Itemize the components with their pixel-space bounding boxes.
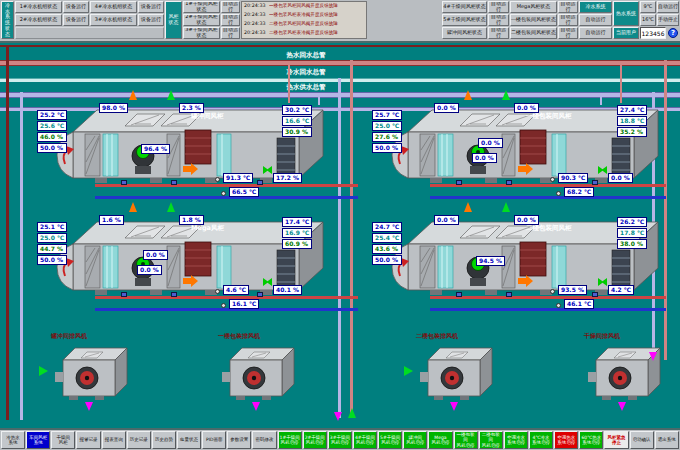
ahu-dry1-button[interactable]: 1#干燥间风柜状态	[183, 1, 220, 13]
fan-graphic	[420, 342, 500, 404]
actuator-icon[interactable]	[257, 292, 263, 297]
bottom-nav-button[interactable]: PID画面	[202, 431, 226, 449]
bottom-nav-button[interactable]: 启动确认	[630, 431, 654, 449]
bottom-nav-button[interactable]: 电量状态	[177, 431, 201, 449]
actuator-icon[interactable]	[506, 180, 512, 185]
setpoint-readout: 50.0 %	[372, 255, 402, 265]
valve-position-readout: 40.1 %	[273, 285, 302, 295]
alarm-time: 20:24:33	[244, 3, 268, 12]
outlet-readouts: 17.4 ℃ 16.9 ℃ 60.9 %	[282, 217, 312, 250]
actuator-icon[interactable]	[456, 292, 462, 297]
bottom-nav-button[interactable]: 冷热水 系统	[1, 431, 25, 449]
fresh-air-arrow-icon	[167, 202, 175, 212]
alarm-time: 20:24:33	[244, 21, 268, 30]
chiller-1-button[interactable]: 1#冷水机组状态	[15, 1, 62, 13]
bottom-nav-button[interactable]: 1#干燥间 风机启停	[278, 431, 302, 449]
hot-water-temp-readout: 90.3 ℃	[558, 173, 588, 183]
chiller-3-button[interactable]: 3#冷水机组状态	[90, 14, 137, 26]
alarm-row[interactable]: 一楼包装风柜回风阀开度反馈故障	[269, 3, 366, 12]
bottom-nav-button[interactable]: 5#干燥间 风机启停	[378, 431, 402, 449]
actuator-icon[interactable]	[257, 180, 263, 185]
bottom-nav-button[interactable]: 历史趋势	[152, 431, 176, 449]
ahu-dry1-status: 自动运行	[221, 1, 240, 13]
ahu-name: 二楼包装间风柜	[526, 224, 618, 233]
supply-air-arrow-icon	[129, 202, 137, 212]
ahu-dry3-button[interactable]: 3#干燥间风柜状态	[183, 27, 220, 39]
bottom-nav-button[interactable]: Mega 风机启停	[428, 431, 452, 449]
bottom-nav-button[interactable]: 4#干燥间 风机启停	[353, 431, 377, 449]
ahu-dry4-button[interactable]: 4#干燥间风柜状态	[442, 1, 487, 13]
ahu-group-label: 风柜状态	[165, 1, 182, 39]
bottom-nav-button[interactable]: 4℃冷水 系统启停	[529, 431, 553, 449]
actuator-icon[interactable]	[171, 180, 177, 185]
actuator-icon[interactable]	[456, 180, 462, 185]
bottom-nav-button[interactable]: 60℃热水 系统启停	[579, 431, 603, 449]
damper2-readout: 2.3 %	[179, 103, 204, 113]
bottom-nav-button[interactable]: 空调热水 系统启停	[554, 431, 578, 449]
alarm-row[interactable]: 二楼包装风柜回风阀开度反馈故障	[269, 21, 366, 30]
bottom-nav-button[interactable]: 2#干燥间 风机启停	[303, 431, 327, 449]
temp-sensor-icon	[556, 191, 561, 196]
chiller-2-button[interactable]: 2#冷水机组状态	[15, 14, 62, 26]
alarm-row[interactable]: 一楼包装风柜表冷阀开度反馈故障	[269, 12, 366, 21]
ahu-name: Mega风柜	[191, 224, 283, 233]
exhaust-arrow-icon	[252, 402, 260, 411]
temp-sensor-icon	[221, 303, 226, 308]
humidity-readout: 46.0 %	[37, 132, 67, 142]
current-user-field[interactable]: 123456	[640, 27, 666, 39]
ahu-dry5-button[interactable]: 5#干燥间风柜状态	[442, 14, 487, 26]
temp-readout: 25.1 ℃	[37, 222, 67, 232]
actuator-icon[interactable]	[592, 292, 598, 297]
damper2-readout: 0.0 %	[514, 103, 539, 113]
ahu-rinse-button[interactable]: 罐冲间风柜状态	[442, 27, 487, 39]
riser-center-cold	[338, 78, 341, 418]
bottom-nav-button[interactable]: 退出系统	[655, 431, 679, 449]
chiller-4-button[interactable]: 4#冷水机组状态	[90, 1, 137, 13]
riser-right-hot	[664, 60, 667, 360]
temp-readout: 16.9 ℃	[282, 228, 312, 238]
temp-sensor-icon	[556, 303, 561, 308]
drop-hot-ahu1	[288, 63, 290, 103]
actuator-icon[interactable]	[121, 180, 127, 185]
ahu-mega-button[interactable]: Mega风柜状态	[510, 1, 557, 13]
temp-readout: 16.6 ℃	[282, 116, 312, 126]
exhaust-fan-1: 罐冲间排风机	[55, 342, 135, 404]
bottom-nav-button[interactable]: 密码修改	[252, 431, 276, 449]
actuator-icon[interactable]	[121, 292, 127, 297]
bottom-nav-button[interactable]: 报表查询	[102, 431, 126, 449]
actuator-icon[interactable]	[506, 292, 512, 297]
exhaust-arrow-icon	[85, 402, 93, 411]
actuator-icon[interactable]	[592, 180, 598, 185]
bottom-nav-button[interactable]: 报警记录	[76, 431, 100, 449]
ahu-pack2-button[interactable]: 二楼包装间风柜状态	[510, 27, 557, 39]
exhaust-fan-3: 二楼包装排风机	[420, 342, 500, 404]
hot-water-temp-readout: 4.6 ℃	[223, 285, 249, 295]
bottom-nav-button[interactable]: 历史记录	[127, 431, 151, 449]
bottom-nav-button[interactable]: 干燥间 风柜	[51, 431, 75, 449]
alarm-row[interactable]: 二楼包装风柜表冷阀开度反馈故障	[269, 30, 366, 39]
airflow-arrow-icon	[404, 366, 413, 376]
valve-readout: 0.0 %	[137, 265, 162, 275]
damper2-readout: 1.8 %	[179, 215, 204, 225]
bottom-nav-button[interactable]: 参数设置	[227, 431, 251, 449]
humidity-readout: 38.0 %	[617, 239, 647, 249]
bottom-nav-button[interactable]: 一楼包装间 风机启停	[454, 431, 478, 449]
setpoint-readout: 50.0 %	[37, 143, 67, 153]
ahu-dry2-button[interactable]: 2#干燥间风柜状态	[183, 14, 220, 26]
actuator-icon[interactable]	[171, 292, 177, 297]
bottom-nav-button[interactable]: 车间风柜 系统	[26, 431, 50, 449]
bottom-nav-button[interactable]: 3#干燥间 风机启停	[328, 431, 352, 449]
alarm-time: 20:24:33	[244, 12, 268, 21]
scada-hvac-screen: 冷水系统状态 1#冷水机组状态 2#冷水机组状态 设备运行 设备运行 4#冷水机…	[0, 0, 680, 450]
return-water-temp-readout: 16.1 ℃	[229, 299, 259, 309]
bottom-nav-button[interactable]: 罐冲间 风机启停	[403, 431, 427, 449]
ahu-pack1-button[interactable]: 一楼包装间风柜状态	[510, 14, 557, 26]
bottom-nav-button[interactable]: 空调冷水 系统启停	[504, 431, 528, 449]
pipe-label-hot-return: 热水回水总管	[258, 51, 354, 60]
bottom-nav-button[interactable]: 风柜紧急 停止	[604, 431, 628, 449]
bottom-nav-button[interactable]: 二楼包装间 风机启停	[479, 431, 503, 449]
inlet-readouts: 25.1 ℃ 25.0 ℃ 44.7 % 50.0 %	[37, 222, 67, 266]
chiller-4-status: 设备运行	[138, 1, 164, 13]
inlet-readouts: 25.7 ℃ 25.0 ℃ 27.6 % 50.0 %	[372, 110, 402, 154]
help-icon[interactable]: ?	[668, 28, 678, 38]
